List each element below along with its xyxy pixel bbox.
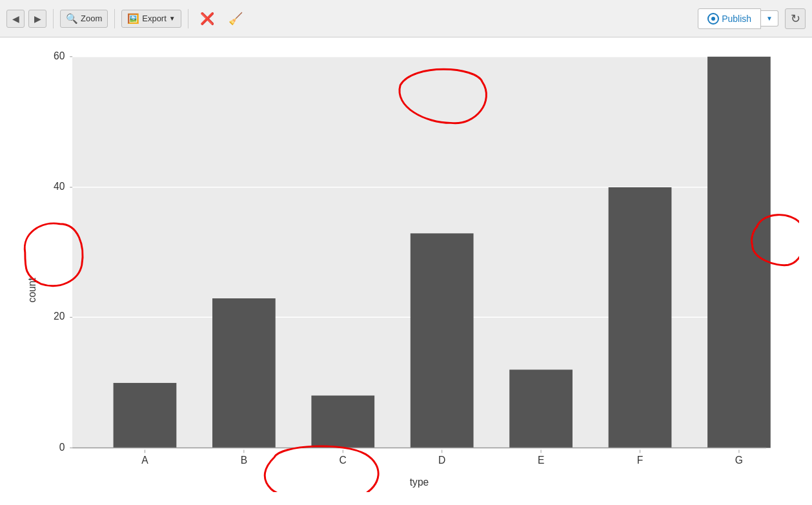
toolbar: ◀ ▶ 🔍 Zoom 🖼️ Export ▼ ❌ 🧹 Publish ▼ ↻ [0,0,812,37]
x-label-D: D [438,455,445,466]
x-label-A: A [141,455,148,466]
zoom-icon: 🔍 [66,13,78,25]
bar-G [707,57,771,448]
y-label-60: 60 [54,50,65,61]
export-button[interactable]: 🖼️ Export ▼ [121,10,181,28]
refresh-icon: ↻ [791,12,800,26]
publish-dropdown-button[interactable]: ▼ [761,10,778,26]
export-icon: 🖼️ [127,13,139,25]
back-button[interactable]: ◀ [6,10,25,28]
refresh-button[interactable]: ↻ [785,8,806,29]
x-label-C: C [340,455,347,466]
bar-E [509,369,573,448]
y-label-40: 40 [54,181,65,192]
bar-C [311,395,374,448]
export-dropdown-icon: ▼ [169,15,176,22]
x-label-B: B [241,455,247,466]
clear-button[interactable]: ❌ [195,9,219,28]
forward-button[interactable]: ▶ [28,10,46,28]
bar-B [212,298,276,448]
separator-3 [188,9,188,28]
zoom-label: Zoom [81,14,102,23]
x-label-E: E [538,455,544,466]
zoom-button[interactable]: 🔍 Zoom [60,10,108,28]
clear-icon: ❌ [200,12,214,26]
bar-A [114,383,177,448]
publish-group: Publish ▼ [698,8,778,29]
broom-button[interactable]: 🧹 [223,9,248,28]
separator-1 [53,9,54,28]
publish-icon [707,13,719,25]
chart-svg: 0 20 40 60 count A B C D E [13,50,799,492]
bar-D [411,233,474,448]
publish-label: Publish [722,14,751,24]
x-label-F: F [637,455,644,466]
separator-2 [114,9,115,28]
x-axis-label: type [410,477,429,488]
bar-F [609,187,672,448]
annotation-circle-bottom [265,446,378,492]
y-label-20: 20 [54,311,65,322]
publish-button[interactable]: Publish [698,8,761,29]
dropdown-arrow-icon: ▼ [766,15,773,22]
broom-icon: 🧹 [228,12,243,26]
export-label: Export [142,14,167,23]
x-label-G: G [735,455,743,466]
y-label-0: 0 [59,442,65,453]
chart-container: 0 20 40 60 count A B C D E [0,37,812,505]
